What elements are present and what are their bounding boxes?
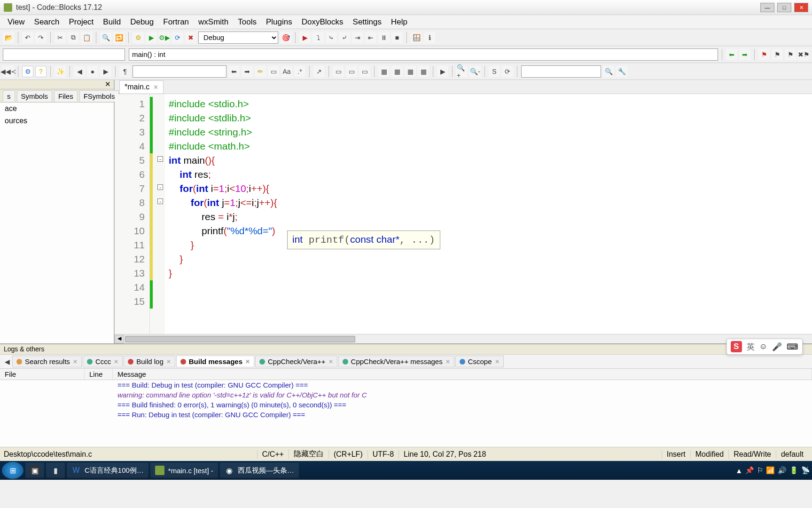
tree-item[interactable]: ace <box>0 103 114 115</box>
scroll-left-icon[interactable]: ◀ <box>115 335 124 343</box>
build-target-select[interactable]: Debug <box>198 32 278 44</box>
fold-icon[interactable]: - <box>157 184 163 190</box>
bookmark-clear-icon[interactable]: ✖⚑ <box>798 49 809 60</box>
tab-close-icon[interactable]: ✕ <box>153 84 158 91</box>
debug-windows-icon[interactable]: 🪟 <box>411 32 422 43</box>
tab-close-icon[interactable]: ✕ <box>166 358 171 365</box>
zoom-out-icon[interactable]: 🔍- <box>469 66 481 77</box>
menu-settings[interactable]: Settings <box>348 16 386 29</box>
menu-build[interactable]: Build <box>98 16 125 29</box>
log-tab[interactable]: Build messages✕ <box>176 356 254 367</box>
undo-icon[interactable]: ↶ <box>22 32 33 43</box>
tab-close-icon[interactable]: ✕ <box>445 358 450 365</box>
wand-icon[interactable]: ✨ <box>55 66 66 77</box>
log-message[interactable]: warning: command line option '-std=c++1z… <box>0 390 812 400</box>
task-item[interactable]: WC语言经典100例… <box>67 463 148 478</box>
menu-view[interactable]: View <box>3 16 30 29</box>
tab-close-icon[interactable]: ✕ <box>328 358 333 365</box>
nav-fwd-icon[interactable]: ➡ <box>739 49 750 60</box>
sidebar-tab[interactable]: Files <box>54 90 78 102</box>
paste-icon[interactable]: 📋 <box>81 32 92 43</box>
nav3-icon[interactable]: ▶ <box>100 66 111 77</box>
build-icon[interactable]: ⚙ <box>133 32 144 43</box>
menu-project[interactable]: Project <box>64 16 98 29</box>
bookmark-prev-icon[interactable]: ⚑ <box>772 49 783 60</box>
class-dropdown[interactable] <box>3 48 125 61</box>
windows-taskbar[interactable]: ⊞ ▣ ▮ WC语言经典100例… *main.c [test] - ◉西瓜视频… <box>0 461 812 480</box>
menu-fortran[interactable]: Fortran <box>158 16 194 29</box>
volume-icon[interactable]: 🔊 <box>778 466 787 475</box>
nav2-icon[interactable]: ● <box>87 66 98 77</box>
tab-close-icon[interactable]: ✕ <box>245 358 250 365</box>
next-instr-icon[interactable]: ⇥ <box>352 32 363 43</box>
sidebar-tab[interactable]: s <box>3 90 15 102</box>
step-over-icon[interactable]: ⤵ <box>312 32 324 43</box>
system-tray[interactable]: ▲ 📌 ⚐ 📶 🔊 🔋 📡 <box>735 466 810 475</box>
code-text[interactable]: #include <stdio.h>#include <stdlib.h>#in… <box>165 94 812 334</box>
zoom-in-icon[interactable]: 🔍+ <box>456 66 468 77</box>
signal-icon[interactable]: 📡 <box>801 466 810 475</box>
sidebar-tab[interactable]: FSymbols <box>79 90 119 102</box>
stop-icon[interactable]: ✖ <box>185 32 196 43</box>
menu-search[interactable]: Search <box>30 16 64 29</box>
help-icon[interactable]: ? <box>35 66 47 77</box>
step-instr-icon[interactable]: ⇤ <box>365 32 376 43</box>
logtab-nav-left-icon[interactable]: ◀ <box>3 356 11 367</box>
highlight-icon[interactable]: ✏ <box>255 66 266 77</box>
regex-icon[interactable]: .* <box>294 66 305 77</box>
case-icon[interactable]: Aa <box>281 66 292 77</box>
panel1-icon[interactable]: ▭ <box>333 66 344 77</box>
replace-icon[interactable]: 🔁 <box>113 32 125 43</box>
pilcrow-icon[interactable]: ¶ <box>119 66 131 77</box>
log-message[interactable]: === Build finished: 0 error(s), 1 warnin… <box>0 400 812 410</box>
panel3-icon[interactable]: ▭ <box>359 66 370 77</box>
scroll-thumb[interactable] <box>125 336 355 342</box>
bookmark-next-icon[interactable]: ⚑ <box>785 49 796 60</box>
target-icon[interactable]: 🎯 <box>280 32 291 43</box>
panel-close-icon[interactable]: ✕ <box>105 80 111 88</box>
tab-close-icon[interactable]: ✕ <box>495 358 500 365</box>
grid1-icon[interactable]: ▦ <box>378 66 390 77</box>
arrow-icon[interactable]: ↗ <box>313 66 325 77</box>
nav-back-icon[interactable]: ⬅ <box>726 49 737 60</box>
select-icon[interactable]: ▭ <box>268 66 279 77</box>
go-fwd-icon[interactable]: ➡ <box>242 66 253 77</box>
tab-close-icon[interactable]: ✕ <box>73 358 78 365</box>
break-icon[interactable]: ⏸ <box>378 32 390 43</box>
search-box[interactable] <box>133 65 226 78</box>
log-tab[interactable]: Cscope✕ <box>455 356 504 367</box>
battery-icon[interactable]: 🔋 <box>789 466 798 475</box>
redo-icon[interactable]: ↷ <box>35 32 47 43</box>
status-hint[interactable]: 隐藏空白 <box>289 449 328 459</box>
ime-mic-icon[interactable]: 🎤 <box>772 342 782 352</box>
s-icon[interactable]: S <box>489 66 500 77</box>
build-run-icon[interactable]: ⚙▶ <box>159 32 170 43</box>
find-icon[interactable]: 🔍 <box>100 32 111 43</box>
refresh-icon[interactable]: ⟳ <box>502 66 513 77</box>
network-icon[interactable]: 📶 <box>766 466 775 475</box>
ime-lang[interactable]: 英 <box>747 341 755 352</box>
log-tab[interactable]: Search results✕ <box>12 356 82 367</box>
task-item[interactable]: ▣ <box>25 463 44 478</box>
ime-emoji-icon[interactable]: ☺ <box>759 342 767 351</box>
code-editor[interactable]: 123456789101112131415 - - - #include <st… <box>115 94 812 334</box>
grid4-icon[interactable]: ▦ <box>418 66 429 77</box>
fold-icon[interactable]: - <box>157 198 163 204</box>
tree-item[interactable]: ources <box>0 115 114 127</box>
start-button[interactable]: ⊞ <box>2 462 23 479</box>
debug-stop-icon[interactable]: ■ <box>391 32 403 43</box>
open-icon[interactable]: 📂 <box>3 32 14 43</box>
editor-h-scrollbar[interactable]: ◀ <box>115 334 812 343</box>
bookmark-flag-icon[interactable]: ⚑ <box>758 49 770 60</box>
mru-dropdown[interactable] <box>521 65 601 78</box>
ime-keyboard-icon[interactable]: ⌨ <box>787 342 798 352</box>
fold-icon[interactable]: - <box>157 156 163 162</box>
log-tab[interactable]: Build log✕ <box>124 356 175 367</box>
prev-marker-icon[interactable]: ◀◀≺ <box>3 66 14 77</box>
ime-toolbar[interactable]: S 英 ☺ 🎤 ⌨ <box>726 339 803 355</box>
step-into-icon[interactable]: ⤷ <box>326 32 337 43</box>
grid3-icon[interactable]: ▦ <box>405 66 416 77</box>
step-out-icon[interactable]: ⤶ <box>339 32 350 43</box>
minimize-button[interactable]: — <box>760 3 774 12</box>
grid2-icon[interactable]: ▦ <box>391 66 403 77</box>
